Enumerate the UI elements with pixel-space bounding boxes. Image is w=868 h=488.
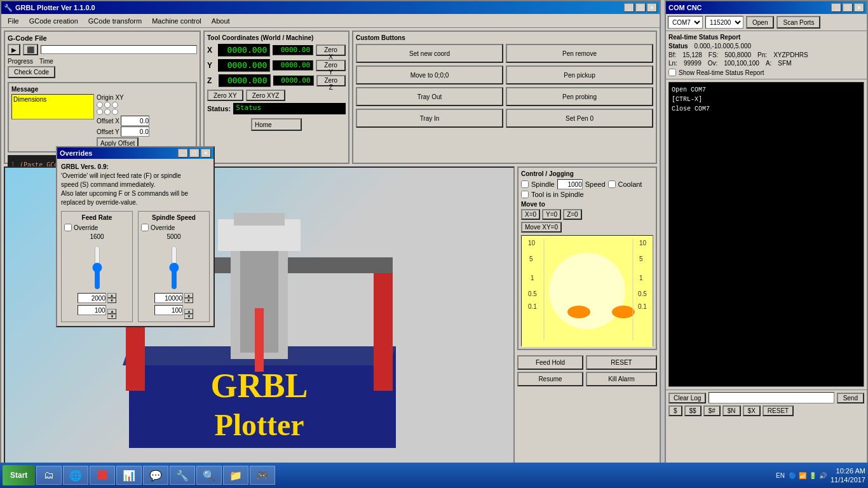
chart-icon: 📊	[121, 468, 137, 483]
origin-radio-5[interactable]	[104, 109, 111, 115]
origin-radio-1[interactable]	[97, 102, 103, 108]
baudrate-select[interactable]: 115200	[705, 16, 743, 29]
zero-y-button[interactable]: Zero Y	[316, 60, 346, 71]
home-button[interactable]: Home	[251, 118, 302, 131]
feed-hold-button[interactable]: Feed Hold	[517, 355, 583, 370]
menu-file[interactable]: File	[3, 16, 24, 26]
command-input[interactable]	[709, 392, 834, 403]
main-window-icon: 🔧	[4, 4, 13, 12]
spindle-speed-spinner-input[interactable]	[154, 293, 183, 303]
stop-button[interactable]: ⬛	[23, 44, 38, 55]
taskbar-app-chart[interactable]: 📊	[116, 466, 142, 485]
spindle-speed-slider[interactable]	[168, 245, 180, 290]
feed-pct-up[interactable]: ▲	[107, 309, 116, 314]
origin-radio-4[interactable]	[97, 109, 103, 115]
feed-rate-up-arrow[interactable]: ▲	[107, 293, 116, 298]
spindle-pct-up[interactable]: ▲	[184, 309, 193, 314]
menu-machine-control[interactable]: Machine control	[147, 16, 207, 26]
spindle-speed-override-checkbox[interactable]	[141, 224, 149, 231]
play-button[interactable]: ▶	[8, 44, 20, 55]
check-code-button[interactable]: Check Code	[8, 66, 55, 78]
custom-btn-2[interactable]: Move to 0;0;0	[356, 65, 503, 85]
zero-xy-button[interactable]: Zero XY	[207, 90, 243, 101]
custom-btn-6[interactable]: Tray In	[356, 109, 503, 128]
grbl-reset-button[interactable]: RESET	[763, 405, 794, 416]
custom-btn-1[interactable]: Pen remove	[506, 44, 653, 63]
dollar-dollar-button[interactable]: $$	[684, 405, 702, 416]
feed-rate-spinner-input[interactable]	[78, 293, 106, 303]
move-xy0-button[interactable]: Move XY=0	[521, 222, 562, 233]
feed-pct-down[interactable]: ▼	[107, 314, 116, 319]
spindle-pct-input[interactable]	[154, 305, 183, 315]
spindle-up-arrow[interactable]: ▲	[184, 293, 193, 298]
log-line-0: Open COM7	[672, 85, 861, 95]
com-port-select[interactable]: COM7	[668, 16, 703, 29]
origin-radio-6[interactable]	[112, 109, 118, 115]
taskbar-app-search[interactable]: 🔍	[196, 466, 222, 485]
offset-y-input[interactable]	[121, 126, 149, 137]
coolant-label: Coolant	[618, 180, 642, 188]
taskbar-app-folder[interactable]: 📁	[223, 466, 248, 485]
overrides-close[interactable]: ×	[201, 149, 211, 158]
zero-xyz-button[interactable]: Zero XYZ	[246, 90, 286, 101]
overrides-desc-line4: replaced by override-value.	[61, 199, 138, 206]
taskbar-app-grbl[interactable]: 🎮	[250, 466, 275, 485]
zero-z-button[interactable]: Zero Z	[316, 75, 346, 86]
log-area: Open COM7 [CTRL-X] Close COM7	[668, 82, 864, 387]
kill-alarm-button[interactable]: Kill Alarm	[586, 372, 657, 386]
dollar-button[interactable]: $	[668, 405, 682, 416]
wifi-icon: 📶	[799, 472, 806, 479]
show-realtime-checkbox[interactable]	[668, 69, 676, 76]
close-button[interactable]: ×	[647, 3, 657, 12]
dollar-hash-button[interactable]: $#	[703, 405, 721, 416]
feed-rate-slider[interactable]	[91, 245, 104, 290]
x0-button[interactable]: X=0	[521, 209, 540, 220]
dollar-n-button[interactable]: $N	[722, 405, 741, 416]
dollar-x-button[interactable]: $X	[743, 405, 761, 416]
minimize-button[interactable]: _	[624, 3, 634, 12]
taskbar-app-files[interactable]: 🗂	[36, 466, 62, 485]
origin-radio-3[interactable]	[112, 102, 118, 108]
com-minimize-button[interactable]: _	[831, 3, 841, 12]
open-button[interactable]: Open	[746, 16, 774, 29]
z0-button[interactable]: Z=0	[563, 209, 582, 220]
menu-gcode-creation[interactable]: GCode creation	[24, 16, 83, 26]
custom-btn-0[interactable]: Set new coord	[356, 44, 503, 63]
zero-x-button[interactable]: Zero X	[316, 44, 346, 56]
spindle-value-input[interactable]	[557, 179, 583, 189]
reset-button[interactable]: RESET	[586, 355, 657, 370]
send-button[interactable]: Send	[837, 393, 864, 403]
feed-rate-pct-input[interactable]	[78, 305, 106, 315]
spindle-checkbox[interactable]	[521, 180, 529, 188]
overrides-minimize[interactable]: _	[178, 149, 188, 158]
show-realtime-label: Show Real-time Status Report	[679, 69, 764, 76]
scan-ports-button[interactable]: Scan Ports	[776, 16, 820, 29]
offset-x-input[interactable]	[121, 116, 149, 126]
resume-button[interactable]: Resume	[517, 372, 583, 386]
custom-btn-4[interactable]: Tray Out	[356, 87, 503, 106]
taskbar-app-pdf[interactable]: 🅿	[90, 466, 115, 485]
main-title-bar: 🔧 GRBL Plotter Ver 1.1.0.0 _ □ ×	[1, 1, 660, 14]
maximize-button[interactable]: □	[635, 3, 646, 12]
spindle-pct-down[interactable]: ▼	[184, 314, 193, 319]
feed-rate-down-arrow[interactable]: ▼	[107, 298, 116, 303]
custom-btn-5[interactable]: Pen probing	[506, 87, 653, 106]
overrides-maximize[interactable]: □	[189, 149, 200, 158]
coolant-checkbox[interactable]	[608, 180, 616, 188]
taskbar-app-arduino[interactable]: 🔧	[170, 466, 195, 485]
spindle-down-arrow[interactable]: ▼	[184, 298, 193, 303]
clear-log-button[interactable]: Clear Log	[668, 393, 706, 403]
tool-in-spindle-checkbox[interactable]	[521, 191, 529, 198]
start-button[interactable]: Start	[3, 465, 35, 485]
taskbar-app-telegram[interactable]: 💬	[143, 466, 168, 485]
com-maximize-button[interactable]: □	[843, 3, 853, 12]
origin-radio-2[interactable]	[104, 102, 111, 108]
y0-button[interactable]: Y=0	[542, 209, 561, 220]
menu-about[interactable]: About	[207, 16, 235, 26]
taskbar-app-chrome[interactable]: 🌐	[63, 466, 88, 485]
custom-btn-3[interactable]: Pen pickup	[506, 65, 653, 85]
feed-rate-override-checkbox[interactable]	[64, 224, 72, 231]
menu-gcode-transform[interactable]: GCode transform	[83, 16, 147, 26]
com-close-button[interactable]: ×	[854, 3, 864, 12]
custom-btn-7[interactable]: Set Pen 0	[506, 109, 653, 128]
